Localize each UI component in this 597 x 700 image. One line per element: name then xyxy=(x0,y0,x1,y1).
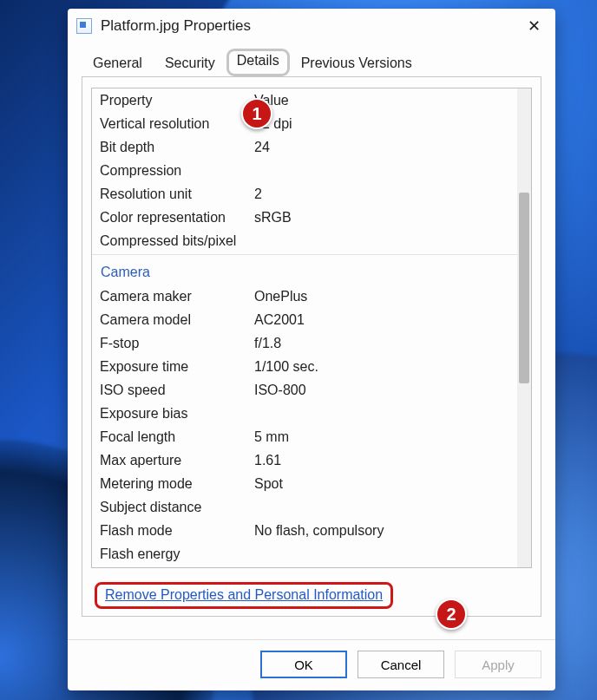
file-icon xyxy=(76,18,92,34)
row-color-representation[interactable]: Color representation sRGB xyxy=(92,206,517,229)
prop-value: f/1.8 xyxy=(254,331,517,355)
dialog-footer: OK Cancel Apply xyxy=(68,639,555,690)
row-vertical-resolution[interactable]: Vertical resolution 72 dpi xyxy=(92,112,517,135)
close-button[interactable]: ✕ xyxy=(514,10,554,43)
prop-value: No flash, compulsory xyxy=(254,519,517,542)
prop-label: F-stop xyxy=(100,331,254,355)
prop-label: Compression xyxy=(100,159,254,182)
annotation-badge-2: 2 xyxy=(436,599,467,630)
row-focal-length[interactable]: Focal length 5 mm xyxy=(92,425,517,448)
tab-strip: General Security Details Previous Versio… xyxy=(82,49,541,76)
prop-value: 24 xyxy=(254,135,517,159)
row-bit-depth[interactable]: Bit depth 24 xyxy=(92,135,517,159)
link-row: Remove Properties and Personal Informati… xyxy=(95,582,534,609)
prop-label: Focal length xyxy=(100,425,254,448)
prop-label: Subject distance xyxy=(100,495,254,519)
prop-label: Compressed bits/pixel xyxy=(100,229,254,252)
row-exposure-time[interactable]: Exposure time 1/100 sec. xyxy=(92,355,517,378)
prop-value xyxy=(254,229,517,252)
prop-label: Flash energy xyxy=(100,542,254,566)
prop-value: 1.61 xyxy=(254,448,517,472)
row-exposure-bias[interactable]: Exposure bias xyxy=(92,402,517,425)
grid-header: Property Value xyxy=(92,88,517,112)
annotation-highlight-2: Remove Properties and Personal Informati… xyxy=(95,582,393,609)
prop-value: 1/100 sec. xyxy=(254,355,517,378)
window-title: Platform.jpg Properties xyxy=(101,17,514,35)
details-panel: Property Value Vertical resolution 72 dp… xyxy=(82,76,541,617)
annotation-badge-1: 1 xyxy=(241,98,272,129)
prop-label: ISO speed xyxy=(100,378,254,402)
ok-button[interactable]: OK xyxy=(260,651,347,678)
prop-value: 72 dpi xyxy=(254,112,517,135)
row-iso-speed[interactable]: ISO speed ISO-800 xyxy=(92,378,517,402)
row-metering-mode[interactable]: Metering mode Spot xyxy=(92,472,517,495)
prop-value: 5 mm xyxy=(254,425,517,448)
tab-details[interactable]: Details xyxy=(226,49,290,76)
titlebar: Platform.jpg Properties ✕ xyxy=(68,9,555,43)
prop-label: Flash mode xyxy=(100,519,254,542)
content-area: General Security Details Previous Versio… xyxy=(68,43,555,639)
prop-value xyxy=(254,402,517,425)
vertical-scrollbar[interactable] xyxy=(517,88,531,567)
prop-value xyxy=(254,159,517,182)
prop-label: Vertical resolution xyxy=(100,112,254,135)
row-flash-energy[interactable]: Flash energy xyxy=(92,542,517,566)
prop-value: OnePlus xyxy=(254,285,517,308)
remove-properties-link[interactable]: Remove Properties and Personal Informati… xyxy=(105,587,383,602)
col-header-value: Value xyxy=(254,88,517,112)
prop-value xyxy=(254,495,517,519)
close-icon: ✕ xyxy=(528,16,541,36)
prop-label: Color representation xyxy=(100,206,254,229)
prop-value: AC2001 xyxy=(254,308,517,331)
group-camera: Camera xyxy=(92,254,517,285)
row-compressed-bits-pixel[interactable]: Compressed bits/pixel xyxy=(92,229,517,252)
prop-label: Max aperture xyxy=(100,448,254,472)
tab-previous-versions[interactable]: Previous Versions xyxy=(290,49,423,77)
prop-value: 2 xyxy=(254,182,517,206)
row-f-stop[interactable]: F-stop f/1.8 xyxy=(92,331,517,355)
prop-label: Metering mode xyxy=(100,472,254,495)
row-camera-model[interactable]: Camera model AC2001 xyxy=(92,308,517,331)
prop-label: Bit depth xyxy=(100,135,254,159)
prop-label: Exposure bias xyxy=(100,402,254,425)
prop-value xyxy=(254,542,517,566)
scrollbar-thumb[interactable] xyxy=(519,193,529,383)
prop-value: ISO-800 xyxy=(254,378,517,402)
prop-value: Spot xyxy=(254,472,517,495)
prop-label: Resolution unit xyxy=(100,182,254,206)
row-compression[interactable]: Compression xyxy=(92,159,517,182)
apply-button[interactable]: Apply xyxy=(455,651,541,678)
property-grid: Property Value Vertical resolution 72 dp… xyxy=(91,88,532,568)
row-resolution-unit[interactable]: Resolution unit 2 xyxy=(92,182,517,206)
tab-security[interactable]: Security xyxy=(154,49,226,77)
row-max-aperture[interactable]: Max aperture 1.61 xyxy=(92,448,517,472)
tab-general[interactable]: General xyxy=(82,49,154,77)
prop-label: Camera model xyxy=(100,308,254,331)
prop-label: Exposure time xyxy=(100,355,254,378)
property-grid-inner: Property Value Vertical resolution 72 dp… xyxy=(92,88,517,567)
properties-window: Platform.jpg Properties ✕ General Securi… xyxy=(68,9,555,690)
col-header-property: Property xyxy=(100,88,254,112)
row-camera-maker[interactable]: Camera maker OnePlus xyxy=(92,285,517,308)
prop-value: sRGB xyxy=(254,206,517,229)
cancel-button[interactable]: Cancel xyxy=(358,651,444,678)
prop-label: Camera maker xyxy=(100,285,254,308)
row-flash-mode[interactable]: Flash mode No flash, compulsory xyxy=(92,519,517,542)
row-subject-distance[interactable]: Subject distance xyxy=(92,495,517,519)
